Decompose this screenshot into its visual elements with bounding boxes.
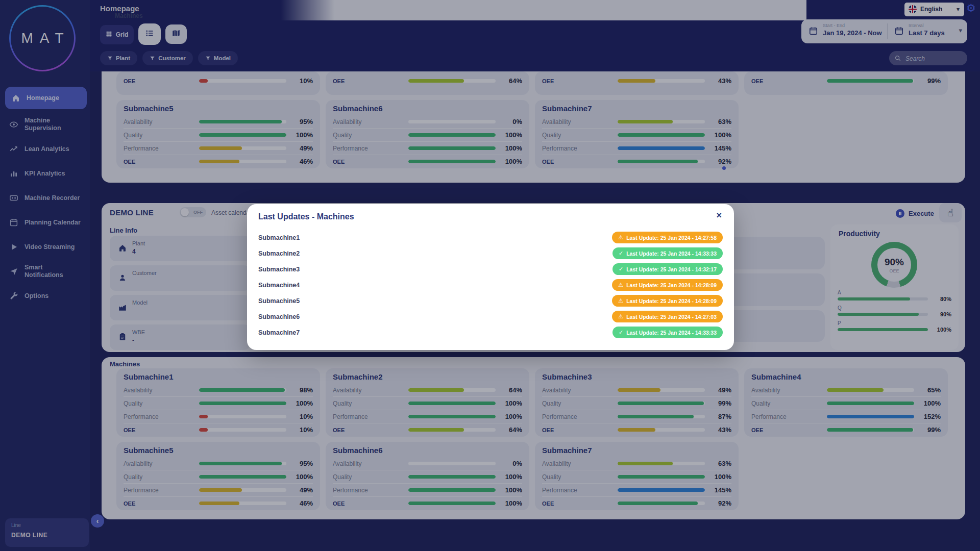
last-update-badge: ⚠Last Update: 25 Jan 2024 - 14:28:09: [612, 279, 723, 291]
modal-rows: Submachine1⚠Last Update: 25 Jan 2024 - 1…: [258, 230, 723, 340]
last-updates-modal: Last Updates - Machines × Submachine1⚠La…: [247, 204, 734, 350]
last-update-badge: ✓Last Update: 25 Jan 2024 - 14:33:33: [612, 327, 723, 338]
warning-icon: ⚠: [618, 298, 623, 304]
modal-row-submachine4: Submachine4⚠Last Update: 25 Jan 2024 - 1…: [258, 277, 723, 293]
modal-machine-name: Submachine6: [258, 313, 300, 320]
last-update-text: Last Update: 25 Jan 2024 - 14:27:58: [626, 235, 717, 241]
warning-icon: ⚠: [618, 282, 623, 288]
check-icon: ✓: [619, 251, 623, 256]
last-update-text: Last Update: 25 Jan 2024 - 14:33:33: [626, 330, 717, 336]
last-update-badge: ✓Last Update: 25 Jan 2024 - 14:33:33: [612, 247, 723, 259]
modal-machine-name: Submachine7: [258, 329, 300, 336]
modal-machine-name: Submachine3: [258, 266, 300, 273]
modal-machine-name: Submachine5: [258, 297, 300, 305]
modal-machine-name: Submachine2: [258, 250, 300, 257]
modal-title: Last Updates - Machines: [258, 212, 354, 221]
modal-row-submachine2: Submachine2✓Last Update: 25 Jan 2024 - 1…: [258, 245, 723, 261]
last-update-text: Last Update: 25 Jan 2024 - 14:27:03: [626, 314, 717, 320]
last-update-text: Last Update: 25 Jan 2024 - 14:32:17: [626, 266, 717, 272]
modal-machine-name: Submachine1: [258, 234, 300, 241]
close-icon[interactable]: ×: [713, 209, 725, 222]
warning-icon: ⚠: [618, 314, 623, 319]
last-update-text: Last Update: 25 Jan 2024 - 14:28:09: [626, 298, 717, 304]
warning-icon: ⚠: [618, 235, 623, 240]
modal-row-submachine3: Submachine3✓Last Update: 25 Jan 2024 - 1…: [258, 261, 723, 277]
modal-row-submachine5: Submachine5⚠Last Update: 25 Jan 2024 - 1…: [258, 293, 723, 309]
check-icon: ✓: [619, 330, 623, 335]
last-update-badge: ⚠Last Update: 25 Jan 2024 - 14:27:03: [612, 311, 723, 322]
modal-row-submachine1: Submachine1⚠Last Update: 25 Jan 2024 - 1…: [258, 230, 723, 245]
last-update-text: Last Update: 25 Jan 2024 - 14:28:09: [626, 282, 717, 288]
modal-row-submachine7: Submachine7✓Last Update: 25 Jan 2024 - 1…: [258, 324, 723, 340]
modal-row-submachine6: Submachine6⚠Last Update: 25 Jan 2024 - 1…: [258, 309, 723, 324]
check-icon: ✓: [619, 266, 623, 272]
app-window: MAT HomepageMachine SupervisionLean Anal…: [0, 0, 980, 551]
last-update-badge: ⚠Last Update: 25 Jan 2024 - 14:27:58: [612, 232, 723, 243]
last-update-badge: ⚠Last Update: 25 Jan 2024 - 14:28:09: [612, 295, 723, 307]
last-update-text: Last Update: 25 Jan 2024 - 14:33:33: [626, 251, 717, 257]
last-update-badge: ✓Last Update: 25 Jan 2024 - 14:32:17: [612, 263, 723, 275]
modal-machine-name: Submachine4: [258, 282, 300, 289]
